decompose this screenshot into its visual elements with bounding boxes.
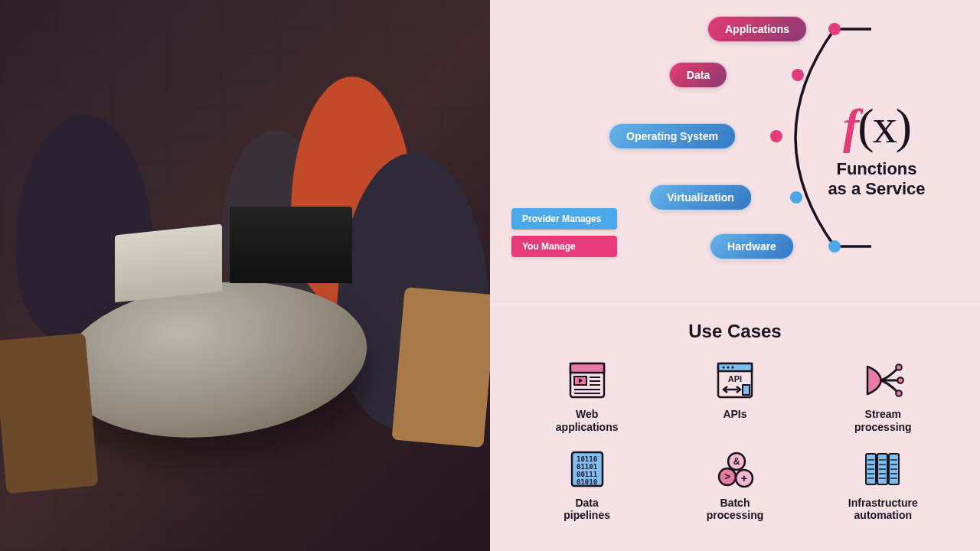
usecase-apis: API APIs [661,359,808,434]
svg-point-19 [897,364,903,370]
svg-text:&: & [733,456,740,467]
layer-dot-data [792,69,804,81]
use-cases-title: Use Cases [490,321,980,342]
svg-point-15 [731,366,733,368]
faas-caption: Functionsas a Service [796,159,957,200]
layer-pill-data: Data [669,62,727,88]
svg-text:API: API [728,374,742,383]
svg-text:+: + [741,471,748,484]
stream-icon [861,359,904,402]
hero-photo [0,0,490,551]
usecase-label: Streamprocessing [854,408,912,434]
batch-icon: & > + [714,448,756,491]
layer-pill-os: Operating System [609,123,736,149]
fx-x: (x) [858,99,910,153]
usecase-batch-processing: & > + Batchprocessing [661,448,808,523]
usecase-stream-processing: Streamprocessing [809,359,957,434]
usecase-web-applications: Webapplications [513,359,661,434]
use-cases-section: Use Cases Webapplications [490,302,980,551]
faas-layers-diagram: Applications Data Operating System Virtu… [490,0,980,302]
layer-pill-hardware: Hardware [710,233,794,259]
usecase-label: Infrastructureautomation [848,497,918,523]
svg-point-20 [898,377,904,383]
svg-text:>: > [724,471,730,482]
usecase-label: APIs [723,408,746,421]
svg-text:00111: 00111 [577,471,597,478]
legend: Provider Manages You Manage [511,208,617,263]
svg-text:10110: 10110 [577,455,597,463]
usecase-infrastructure-automation: Infrastructureautomation [809,448,957,523]
svg-text:01010: 01010 [577,478,597,486]
fx-f: f [843,99,858,153]
usecase-label: Datapipelines [564,497,610,523]
usecase-data-pipelines: 10110 01101 00111 01010 Datapipelines [513,448,661,523]
use-cases-grid: Webapplications API APIs [490,359,980,522]
data-pipelines-icon: 10110 01101 00111 01010 [566,448,609,491]
layer-dot-applications [828,23,841,35]
infographic-panel: Applications Data Operating System Virtu… [490,0,980,551]
svg-point-21 [897,390,903,396]
legend-you: You Manage [511,236,617,257]
infra-icon [861,448,904,491]
fx-symbol: f(x) [796,98,957,155]
svg-text:01101: 01101 [577,463,597,471]
layer-dot-os [770,130,782,142]
layer-dot-hardware [828,240,841,253]
svg-rect-18 [743,385,750,395]
layer-pill-virtualization: Virtualization [649,184,752,210]
web-app-icon [566,359,609,402]
layer-pill-applications: Applications [707,16,807,42]
legend-provider: Provider Manages [511,208,617,230]
usecase-label: Webapplications [556,408,619,434]
svg-point-13 [722,366,724,368]
faas-title-block: f(x) Functionsas a Service [796,98,957,200]
api-icon: API [714,359,756,402]
usecase-label: Batchprocessing [707,497,764,523]
svg-point-14 [727,366,729,368]
svg-rect-3 [570,364,604,373]
